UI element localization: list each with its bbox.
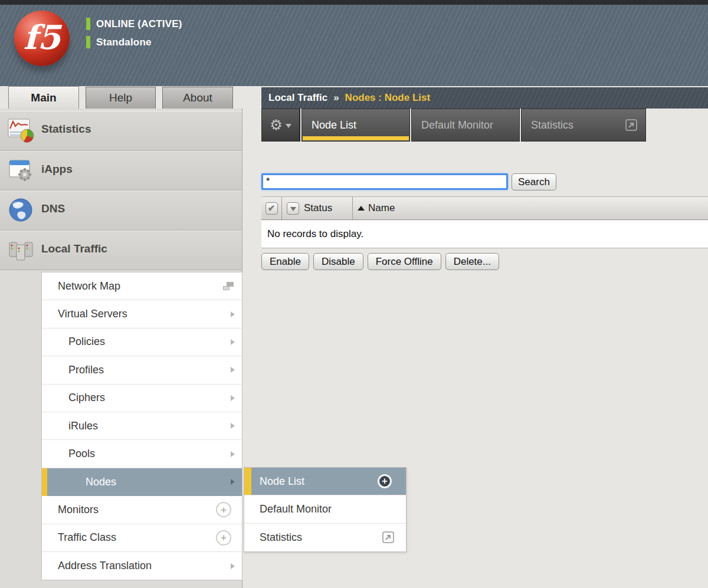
chevron-right-icon — [231, 423, 235, 429]
gear-icon: ⚙ — [270, 118, 283, 132]
submenu-item-monitors[interactable]: Monitors + — [42, 496, 242, 524]
delete-button[interactable]: Delete... — [445, 253, 499, 270]
subtab-default-monitor[interactable]: Default Monitor — [411, 109, 520, 142]
active-tab-underline — [303, 136, 409, 140]
selected-accent-bar — [244, 468, 251, 495]
chevron-down-icon — [290, 207, 296, 211]
chevron-down-icon — [286, 124, 291, 128]
empty-table-row: No records to display. — [261, 221, 708, 248]
flyout-item-default-monitor[interactable]: Default Monitor — [244, 495, 406, 523]
nodes-flyout-menu: Node List + Default Monitor Statistics — [244, 467, 407, 552]
submenu-item-profiles[interactable]: Profiles — [42, 356, 242, 384]
top-strip — [0, 0, 708, 5]
empty-message: No records to display. — [267, 228, 363, 240]
plus-circle-icon[interactable]: + — [378, 474, 392, 488]
masthead: f5 ONLINE (ACTIVE) Standalone — [0, 5, 708, 86]
sort-ascending-icon — [358, 206, 365, 211]
f5-logo-text: f5 — [23, 21, 60, 54]
iapps-icon — [7, 157, 35, 184]
chevron-right-icon — [231, 367, 235, 373]
breadcrumb-section: Local Traffic — [268, 92, 327, 104]
selected-accent-bar — [42, 468, 47, 496]
sidebar-item-iapps[interactable]: iApps — [0, 151, 242, 191]
status-standalone: Standalone — [86, 36, 182, 48]
submenu-item-ciphers[interactable]: Ciphers — [42, 385, 242, 412]
action-button-row: Enable Disable Force Offline Delete... — [261, 253, 499, 270]
select-all-checkbox[interactable]: ✔ — [266, 202, 278, 215]
chevron-right-icon — [231, 395, 235, 401]
flyout-item-statistics[interactable]: Statistics — [244, 524, 406, 551]
search-button[interactable]: Search — [512, 173, 556, 190]
tab-main[interactable]: Main — [8, 86, 79, 109]
f5-logo: f5 — [14, 11, 70, 66]
submenu-item-traffic-class[interactable]: Traffic Class + — [42, 524, 242, 552]
node-table-header: ✔ Status Name — [261, 196, 708, 220]
chevron-right-icon — [231, 339, 235, 345]
select-all-cell: ✔ — [261, 197, 282, 219]
local-traffic-icon — [7, 236, 35, 264]
submenu-item-nodes[interactable]: Nodes — [42, 468, 242, 496]
sidebar-item-statistics[interactable]: Statistics — [0, 111, 242, 151]
breadcrumb-page: Nodes : Node List — [345, 92, 431, 104]
chevron-right-icon — [231, 479, 235, 485]
submenu-item-irules[interactable]: iRules — [42, 412, 242, 440]
submenu-item-policies[interactable]: Policies — [42, 329, 242, 356]
status-green-bar — [86, 18, 90, 30]
status-standalone-label: Standalone — [96, 37, 152, 48]
submenu-item-virtual-servers[interactable]: Virtual Servers — [42, 300, 242, 328]
sidebar-item-local-traffic[interactable]: Local Traffic — [0, 231, 242, 271]
status-online: ONLINE (ACTIVE) — [86, 18, 182, 30]
flyout-item-node-list[interactable]: Node List + — [244, 468, 406, 495]
chevron-right-icon — [231, 563, 235, 569]
dns-icon — [7, 196, 35, 224]
external-link-icon — [382, 531, 394, 543]
status-green-bar — [86, 36, 90, 48]
search-input[interactable] — [261, 173, 508, 190]
subtab-statistics[interactable]: Statistics — [521, 109, 646, 142]
device-status: ONLINE (ACTIVE) Standalone — [86, 18, 182, 54]
sidebar-item-label: iApps — [41, 163, 73, 176]
breadcrumb: Local Traffic » Nodes : Node List — [261, 87, 708, 109]
plus-circle-icon[interactable]: + — [216, 502, 231, 517]
status-online-label: ONLINE (ACTIVE) — [96, 18, 182, 30]
sidebar-item-label: DNS — [41, 202, 65, 215]
plus-circle-icon[interactable]: + — [216, 530, 231, 546]
name-column-header[interactable]: Name — [353, 197, 708, 219]
windows-icon — [223, 282, 234, 290]
breadcrumb-separator: » — [333, 92, 339, 104]
status-column-header: Status — [282, 197, 353, 219]
status-filter-dropdown[interactable] — [287, 202, 299, 215]
tab-help[interactable]: Help — [86, 87, 156, 109]
subtab-strip: ⚙ Node List Default Monitor Statistics — [261, 109, 646, 142]
sidebar-item-label: Local Traffic — [41, 242, 107, 255]
chevron-right-icon — [231, 451, 235, 457]
f5-bigip-screen: f5 ONLINE (ACTIVE) Standalone Main Help … — [0, 0, 708, 588]
sidebar: Statistics iApps — [0, 109, 242, 588]
local-traffic-submenu: Network Map Virtual Servers Policies Pro… — [41, 272, 242, 580]
tab-about[interactable]: About — [162, 87, 233, 109]
submenu-item-network-map[interactable]: Network Map — [42, 272, 242, 300]
chevron-right-icon — [231, 311, 235, 317]
subtab-node-list[interactable]: Node List — [301, 109, 410, 142]
force-offline-button[interactable]: Force Offline — [368, 253, 441, 270]
external-link-icon — [625, 119, 637, 131]
disable-button[interactable]: Disable — [313, 253, 363, 270]
sidebar-item-label: Statistics — [41, 123, 91, 136]
submenu-item-address-translation[interactable]: Address Translation — [42, 552, 242, 580]
submenu-item-pools[interactable]: Pools — [42, 440, 242, 468]
settings-menu-button[interactable]: ⚙ — [261, 109, 300, 142]
enable-button[interactable]: Enable — [261, 253, 309, 270]
statistics-icon — [7, 117, 35, 144]
sidebar-item-dns[interactable]: DNS — [0, 190, 242, 231]
